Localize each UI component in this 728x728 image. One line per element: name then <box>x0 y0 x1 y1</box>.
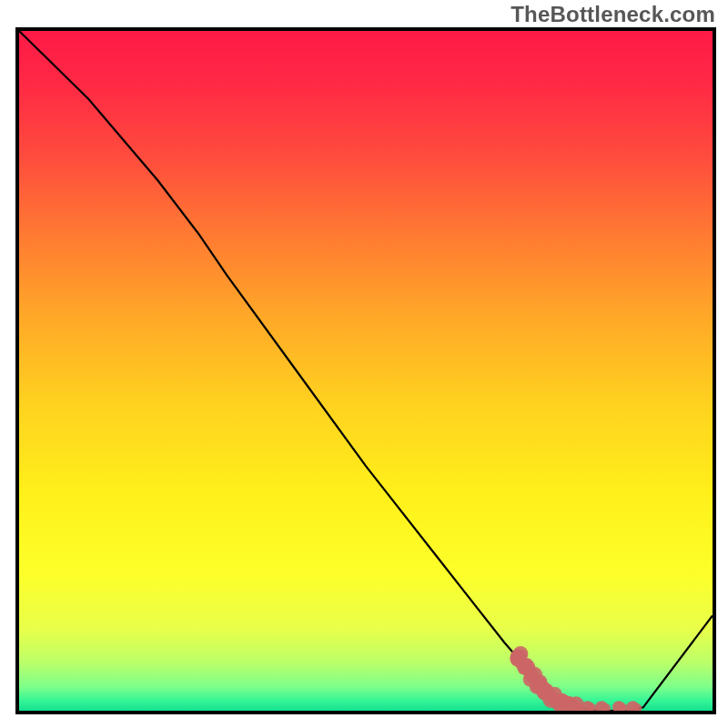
svg-point-53 <box>566 700 577 711</box>
plot-area <box>19 31 713 711</box>
chart-container: TheBottleneck.com <box>0 0 728 728</box>
plot-frame <box>15 27 716 714</box>
chart-canvas <box>19 31 713 711</box>
attribution-label: TheBottleneck.com <box>511 2 715 27</box>
gradient-background <box>19 31 713 711</box>
